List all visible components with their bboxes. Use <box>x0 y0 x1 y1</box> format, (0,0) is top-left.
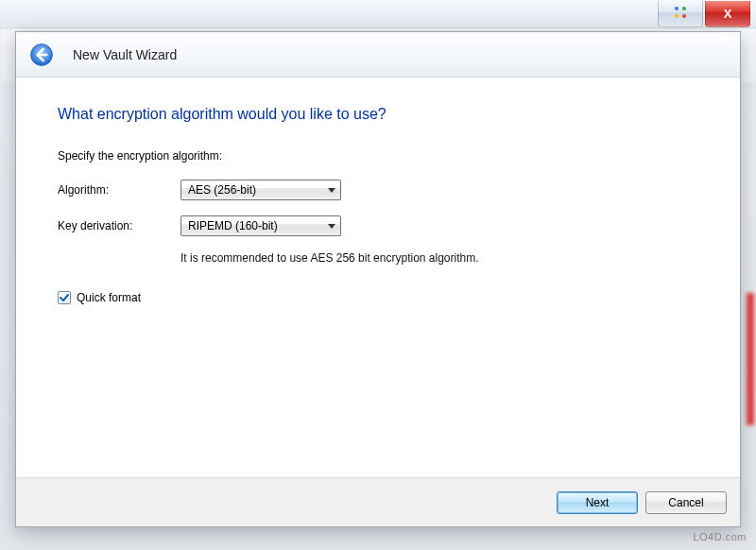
wizard-question: What encryption algorithm would you like… <box>58 106 698 123</box>
key-derivation-combobox[interactable]: RIPEMD (160-bit) <box>180 215 341 236</box>
wizard-header: New Vault Wizard <box>16 32 740 77</box>
key-derivation-value: RIPEMD (160-bit) <box>188 219 278 232</box>
svg-point-0 <box>675 7 679 10</box>
watermark: LO4D.com <box>693 531 747 542</box>
algorithm-value: AES (256-bit) <box>188 183 256 197</box>
chevron-down-icon <box>328 188 335 193</box>
quick-format-checkbox[interactable] <box>58 291 71 304</box>
check-icon <box>60 293 69 302</box>
wizard-body: What encryption algorithm would you like… <box>16 77 740 477</box>
quick-format-row: Quick format <box>58 291 698 304</box>
wizard-instruction: Specify the encryption algorithm: <box>58 149 698 163</box>
recommendation-text: It is recommended to use AES 256 bit enc… <box>180 251 698 265</box>
svg-point-2 <box>675 14 679 18</box>
bg-titlebar: X <box>0 0 756 28</box>
chevron-down-icon <box>328 224 335 229</box>
next-button[interactable]: Next <box>557 491 638 514</box>
bg-usage-edge <box>747 293 754 425</box>
back-arrow-icon <box>28 42 55 68</box>
svg-point-1 <box>682 7 686 10</box>
key-derivation-label: Key derivation: <box>58 219 180 232</box>
key-derivation-row: Key derivation: RIPEMD (160-bit) <box>58 215 698 236</box>
quick-format-label: Quick format <box>77 291 141 304</box>
cancel-button-label: Cancel <box>668 496 703 509</box>
algorithm-combobox[interactable]: AES (256-bit) <box>180 180 341 200</box>
close-icon: X <box>724 8 732 20</box>
bg-dropdown-button[interactable] <box>658 1 703 27</box>
cancel-button[interactable]: Cancel <box>645 491 727 514</box>
bg-close-button[interactable]: X <box>705 1 750 27</box>
back-button[interactable] <box>27 41 56 69</box>
next-button-label: Next <box>586 496 610 509</box>
wizard-window: New Vault Wizard What encryption algorit… <box>15 31 741 527</box>
wizard-title: New Vault Wizard <box>73 47 177 62</box>
wizard-footer: Next Cancel <box>16 477 740 526</box>
svg-point-3 <box>682 14 686 18</box>
app-icon <box>673 5 688 23</box>
algorithm-label: Algorithm: <box>58 183 180 197</box>
algorithm-row: Algorithm: AES (256-bit) <box>58 180 698 200</box>
